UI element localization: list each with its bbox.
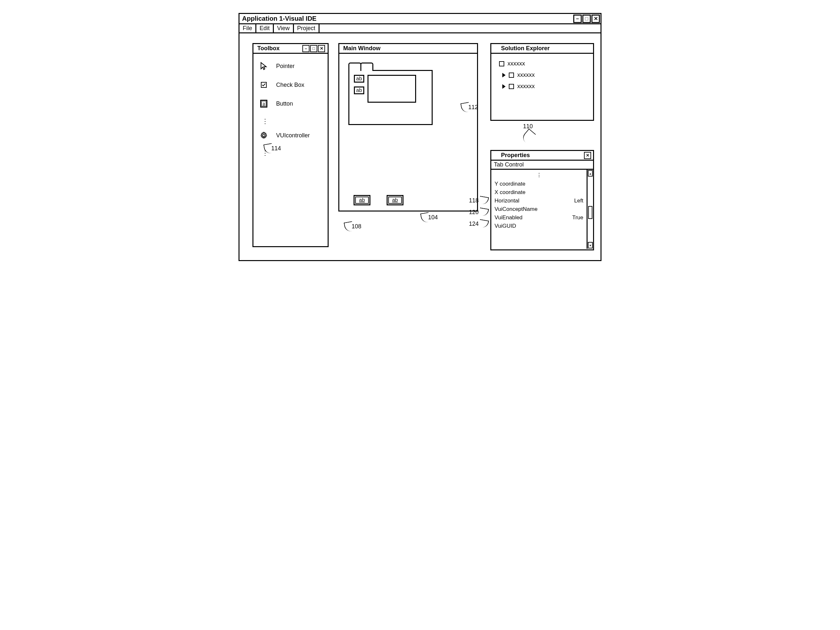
ref-108: 108 (344, 222, 362, 232)
property-row[interactable]: VuiConceptName (494, 205, 583, 213)
solution-tree: xxxxxx xxxxxx xxxxxx (491, 54, 593, 101)
properties-object-selector[interactable]: Tab Control (491, 161, 593, 170)
gear-icon (259, 131, 268, 140)
main-window-title: Main Window (343, 45, 475, 52)
maximize-button[interactable]: □ (583, 14, 591, 23)
properties-list: ⋮ Y coordinate X coordinate HorizontalLe… (491, 170, 587, 249)
ref-118: 118 (469, 197, 488, 205)
button-control[interactable]: ab (354, 195, 370, 205)
toolbox-header: Toolbox – □ ✕ (253, 44, 328, 54)
textbox-control[interactable]: ab (354, 75, 364, 83)
toolbox-title: Toolbox (257, 45, 302, 52)
tree-node-icon (509, 72, 514, 78)
button-control[interactable]: ab (387, 195, 403, 205)
tree-root[interactable]: xxxxxx (499, 60, 585, 67)
main-window-panel: Main Window ab ab (338, 43, 478, 211)
tab-control[interactable]: ab ab (348, 70, 433, 125)
textbox-control[interactable]: ab (354, 87, 364, 94)
panel-control[interactable] (368, 75, 416, 103)
menu-file[interactable]: File (240, 24, 256, 32)
property-row[interactable]: VuiEnabledTrue (494, 213, 583, 222)
solution-explorer-header: Solution Explorer (491, 44, 593, 54)
ref-112: 112 (461, 103, 478, 112)
ellipsis: ⋮ (494, 172, 583, 180)
tool-button[interactable]: a Button (259, 99, 322, 108)
toolbox-minimize-button[interactable]: – (302, 45, 309, 52)
tool-checkbox[interactable]: Check Box (259, 80, 322, 90)
properties-close-button[interactable]: ✕ (584, 152, 591, 159)
button-icon: a (259, 99, 268, 108)
ref-114: 114 (264, 144, 281, 154)
menu-project[interactable]: Project (294, 24, 319, 32)
solution-explorer-title: Solution Explorer (495, 45, 591, 52)
scroll-up-button[interactable]: ▴ (588, 170, 593, 176)
property-row[interactable]: Y coordinate (494, 180, 583, 188)
scroll-down-button[interactable]: ▾ (588, 242, 593, 249)
toolbox-maximize-button[interactable]: □ (310, 45, 317, 52)
expand-icon[interactable] (502, 84, 505, 89)
tree-item[interactable]: xxxxxx (499, 83, 585, 90)
ref-124: 124 (469, 220, 488, 228)
solution-explorer-panel: Solution Explorer xxxxxx xxxxxx (490, 43, 594, 121)
tree-node-icon (499, 61, 504, 66)
property-row[interactable]: HorizontalLeft (494, 197, 583, 205)
window-title: Application 1-Visual IDE (242, 15, 573, 22)
workspace: Toolbox – □ ✕ Pointer (240, 33, 600, 260)
main-window-header: Main Window (339, 44, 477, 54)
menu-view[interactable]: View (274, 24, 294, 32)
toolbox-close-button[interactable]: ✕ (318, 45, 325, 52)
menu-bar: File Edit View Project (240, 24, 600, 33)
tree-node-icon (509, 84, 514, 89)
tool-vuicontroller[interactable]: VUIcontroller (259, 131, 322, 140)
properties-header: Properties ✕ (491, 151, 593, 161)
window-controls: – □ ✕ (573, 14, 600, 23)
tool-pointer[interactable]: Pointer (259, 61, 322, 71)
properties-title: Properties (495, 152, 584, 159)
right-column: Solution Explorer xxxxxx xxxxxx (490, 43, 594, 250)
scroll-thumb[interactable] (588, 206, 592, 219)
toolbox-body: Pointer Check Box a Button ⋮ (253, 54, 328, 164)
scroll-track[interactable] (587, 177, 593, 242)
property-row[interactable]: VuiGUID (494, 222, 583, 230)
menu-edit[interactable]: Edit (256, 24, 274, 32)
ref-104: 104 (421, 213, 438, 222)
checkbox-icon (259, 80, 268, 90)
svg-point-2 (263, 134, 265, 137)
ellipsis: ⋮ (259, 118, 322, 124)
tab-2[interactable] (360, 63, 373, 71)
tree-item[interactable]: xxxxxx (499, 72, 585, 79)
ref-120: 120 (469, 208, 488, 216)
close-button[interactable]: ✕ (591, 14, 600, 23)
tab-1[interactable] (348, 63, 362, 71)
pointer-icon (259, 61, 268, 71)
property-row[interactable]: X coordinate (494, 188, 583, 197)
properties-panel: Properties ✕ Tab Control ⋮ Y coordinate … (490, 150, 594, 250)
expand-icon[interactable] (502, 73, 505, 77)
ref-110: 110 (523, 123, 533, 143)
toolbox-panel: Toolbox – □ ✕ Pointer (253, 43, 328, 247)
design-surface[interactable]: ab ab ab ab (339, 54, 477, 211)
scrollbar[interactable]: ▴ ▾ (587, 170, 593, 249)
app-window: Application 1-Visual IDE – □ ✕ File Edit… (238, 13, 602, 261)
minimize-button[interactable]: – (573, 14, 582, 23)
title-bar: Application 1-Visual IDE – □ ✕ (240, 14, 600, 24)
